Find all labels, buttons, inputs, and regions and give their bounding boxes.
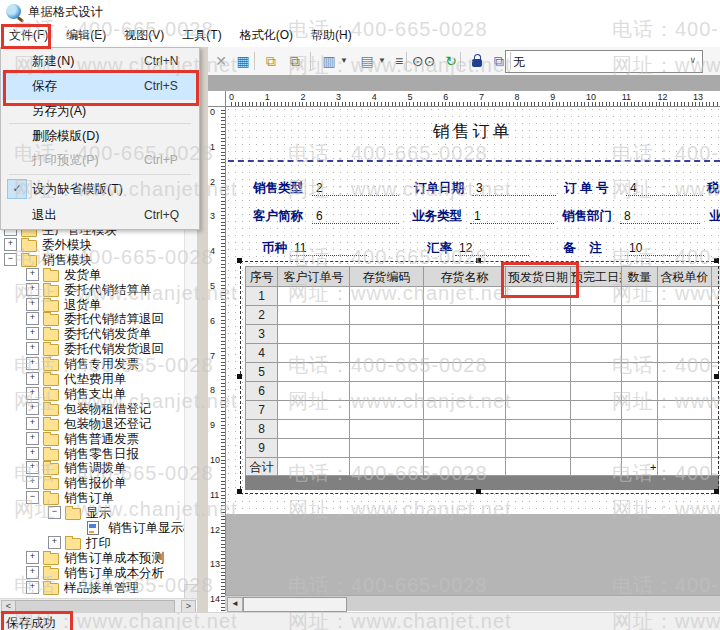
tree-item[interactable]: +销售订单成本分析 [0, 565, 196, 580]
tree-item[interactable]: +销售报价单 [0, 475, 196, 490]
expand-icon[interactable]: + [26, 551, 39, 564]
expand-icon[interactable]: + [26, 461, 39, 474]
layers-button[interactable]: ⧉ [488, 50, 510, 72]
expand-icon[interactable]: + [26, 372, 39, 385]
tree-vertical-scrollbar[interactable] [184, 228, 198, 598]
expand-icon[interactable]: + [26, 566, 39, 579]
file-menu-item-7[interactable]: 设为缺省模版(T)✓ [2, 176, 196, 202]
delete-button[interactable]: ✕ [210, 50, 232, 72]
tree-item[interactable]: +销售普通发票 [0, 431, 196, 446]
form-field-value[interactable]: 4 [630, 181, 637, 195]
expand-icon[interactable]: + [26, 432, 39, 445]
collapse-icon[interactable]: − [4, 253, 17, 266]
tree-horizontal-scrollbar[interactable]: < > [0, 598, 196, 613]
form-field-value[interactable]: 12 [459, 241, 472, 255]
form-field-value[interactable]: 3 [476, 181, 483, 195]
expand-icon[interactable]: + [26, 283, 39, 296]
expand-icon[interactable]: + [26, 312, 39, 325]
selection-handle[interactable] [714, 489, 719, 494]
file-menu-item-0[interactable]: 新建(N)Ctrl+N [2, 50, 196, 72]
form-field-label[interactable]: 业务类型 [412, 208, 462, 225]
expand-icon[interactable]: + [26, 417, 39, 430]
tree-item[interactable]: +包装物租借登记 [0, 401, 196, 416]
form-field-value[interactable]: 11 [294, 241, 306, 255]
menubar-item-3[interactable]: 工具(T) [173, 23, 230, 47]
tree-item[interactable]: +销售支出单 [0, 386, 196, 401]
expand-icon[interactable]: + [26, 327, 39, 340]
expand-icon[interactable]: + [26, 298, 39, 311]
tree-item[interactable]: +委托代销发货退回 [0, 341, 196, 356]
design-scrollbar-thumb[interactable] [243, 597, 347, 612]
tree-item[interactable]: −显示 [0, 505, 196, 520]
selection-handle[interactable] [237, 258, 242, 263]
tree-item[interactable]: +代垫费用单 [0, 371, 196, 386]
form-field-label[interactable]: 汇率 [427, 240, 452, 257]
tree-item[interactable]: +销售调拨单 [0, 460, 196, 475]
selection-handle[interactable] [476, 489, 481, 494]
preview-button[interactable]: ⊙⊙ [412, 50, 434, 72]
menubar-item-4[interactable]: 格式化(O) [231, 23, 302, 47]
tree-item-label[interactable]: 样品接单管理 [64, 580, 139, 597]
expand-icon[interactable]: + [26, 402, 39, 415]
dropdown-arrow-icon[interactable]: ▼ [340, 56, 348, 65]
bring-to-front-button[interactable]: ⧉ [260, 50, 282, 72]
form-field-label[interactable]: 客户简称 [253, 208, 303, 225]
tree-item[interactable]: 销售订单显示模版 [0, 520, 196, 535]
selection-handle[interactable] [714, 374, 719, 379]
tree-item[interactable]: +发货单 [0, 267, 196, 282]
tree-item[interactable]: −销售订单 [0, 490, 196, 505]
menubar-item-0[interactable]: 文件(F) [0, 23, 57, 47]
menubar-item-5[interactable]: 帮助(H) [302, 23, 361, 47]
expand-icon[interactable]: + [4, 238, 17, 251]
format-combobox[interactable]: 无 ∨ [505, 50, 703, 73]
tree-item[interactable]: +销售订单成本预测 [0, 550, 196, 565]
collapse-icon[interactable]: − [26, 491, 39, 504]
align-button[interactable]: ▤ [356, 50, 378, 72]
form-field-label[interactable]: 币种 [262, 240, 287, 257]
tree-item[interactable]: +销售专用发票 [0, 356, 196, 371]
form-field-value[interactable]: 10 [629, 241, 642, 255]
form-field-label[interactable]: 业 [709, 208, 720, 225]
expand-icon[interactable]: + [26, 357, 39, 370]
selection-handle[interactable] [714, 258, 719, 263]
file-menu-item-4[interactable]: 删除模版(D) [2, 125, 196, 147]
expand-icon[interactable]: + [26, 387, 39, 400]
tree-item[interactable]: +包装物退还登记 [0, 416, 196, 431]
form-field-value[interactable]: 8 [624, 209, 631, 223]
tree-item[interactable]: +委托代销结算退回 [0, 311, 196, 326]
expand-icon[interactable]: + [26, 447, 39, 460]
file-menu-item-5[interactable]: 打印预览(P)Ctrl+P [2, 147, 196, 173]
spacing-button[interactable]: ≡ [388, 50, 410, 72]
form-field-value[interactable]: 1 [474, 209, 481, 223]
form-field-value[interactable]: 6 [316, 209, 323, 223]
selection-handle[interactable] [237, 374, 242, 379]
chevron-down-icon[interactable]: ∨ [689, 55, 696, 65]
form-field-label[interactable]: 备 注 [563, 240, 602, 257]
file-menu-item-1[interactable]: 保存Ctrl+S [2, 72, 196, 100]
menubar-item-2[interactable]: 视图(V) [115, 23, 173, 47]
lock-button[interactable] [466, 50, 488, 72]
selection-handle[interactable] [476, 258, 481, 263]
file-menu-item-2[interactable]: 另存为(A) [2, 100, 196, 122]
form-field-label[interactable]: 订单日期 [414, 180, 464, 197]
design-scroll-left-icon[interactable]: ◄ [227, 597, 243, 612]
form-field-label[interactable]: 销售部门 [562, 208, 612, 225]
tree-item[interactable]: +委托代销发货单 [0, 326, 196, 341]
selection-handle[interactable] [237, 489, 242, 494]
table-template-button[interactable]: ▦ [232, 50, 254, 72]
form-field-label[interactable]: 订 单 号 [564, 180, 608, 197]
form-field-label[interactable]: 销售类型 [253, 180, 303, 197]
send-to-back-button[interactable]: ⧉ [284, 50, 306, 72]
expand-icon[interactable]: + [26, 342, 39, 355]
expand-icon[interactable]: + [26, 581, 39, 594]
refresh-button[interactable]: ↻ [440, 50, 462, 72]
form-field-value[interactable]: 2 [316, 181, 323, 195]
tree-item[interactable]: +委外模块 [0, 237, 196, 252]
design-horizontal-scrollbar[interactable]: ◄ [225, 595, 720, 611]
form-field-label[interactable]: 税 [707, 180, 720, 197]
tree-item[interactable]: −销售模块 [0, 252, 196, 267]
expand-icon[interactable]: + [26, 476, 39, 489]
tree-item[interactable]: +委托代销结算单 [0, 282, 196, 297]
tree-item[interactable]: +销售零售日报 [0, 446, 196, 461]
tree-item[interactable]: +打印 [0, 535, 196, 550]
